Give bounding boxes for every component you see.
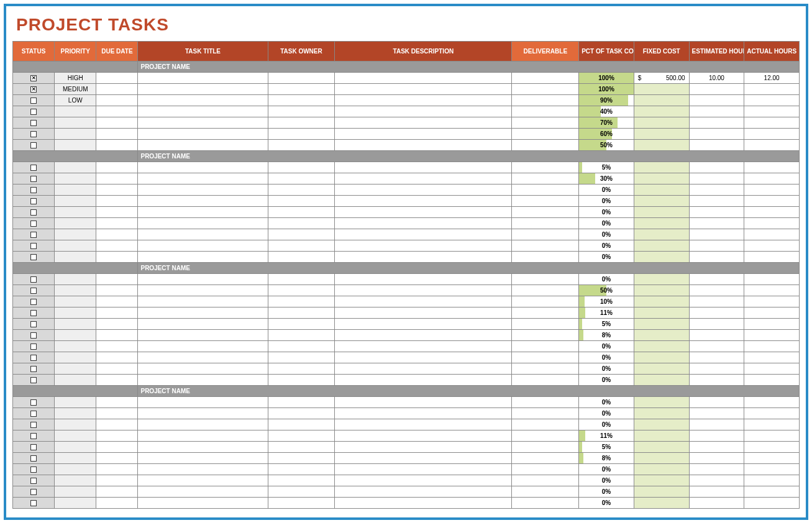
task-description-cell[interactable] (335, 296, 511, 307)
task-title-cell[interactable] (138, 129, 267, 139)
fixed-cost-cell[interactable] (634, 307, 689, 318)
task-description-cell[interactable] (335, 106, 511, 117)
task-title-cell[interactable] (138, 442, 267, 452)
task-owner-cell[interactable] (268, 464, 335, 475)
actual-hours-cell[interactable] (744, 274, 799, 284)
pct-complete-cell[interactable]: 0% (579, 464, 634, 475)
due-date-cell[interactable] (96, 73, 137, 83)
task-description-cell[interactable] (335, 240, 511, 251)
pct-complete-cell[interactable]: 0% (579, 240, 634, 251)
status-checkbox[interactable] (30, 411, 37, 417)
estimated-hours-cell[interactable] (690, 375, 744, 385)
priority-cell[interactable] (55, 319, 96, 329)
priority-cell[interactable] (55, 486, 96, 497)
due-date-cell[interactable] (96, 252, 137, 262)
task-title-cell[interactable] (138, 319, 267, 329)
status-checkbox[interactable] (30, 232, 37, 238)
pct-complete-cell[interactable]: 50% (579, 140, 634, 150)
fixed-cost-cell[interactable] (634, 285, 689, 296)
actual-hours-cell[interactable] (744, 296, 799, 307)
status-checkbox[interactable]: ✕ (30, 75, 37, 81)
fixed-cost-cell[interactable] (634, 296, 689, 307)
pct-complete-cell[interactable]: 0% (579, 184, 634, 195)
estimated-hours-cell[interactable] (690, 363, 744, 374)
fixed-cost-cell[interactable] (634, 330, 689, 340)
task-title-cell[interactable] (138, 375, 267, 385)
task-owner-cell[interactable] (268, 274, 335, 284)
deliverable-cell[interactable] (512, 84, 578, 94)
deliverable-cell[interactable] (512, 307, 578, 318)
task-description-cell[interactable] (335, 330, 511, 340)
actual-hours-cell[interactable] (744, 352, 799, 363)
priority-cell[interactable] (55, 285, 96, 296)
priority-cell[interactable]: MEDIUM (55, 84, 96, 94)
status-checkbox[interactable] (30, 209, 37, 216)
due-date-cell[interactable] (96, 240, 137, 251)
status-checkbox[interactable] (30, 433, 37, 439)
task-owner-cell[interactable] (268, 430, 335, 441)
status-checkbox[interactable] (30, 276, 37, 283)
priority-cell[interactable] (55, 397, 96, 407)
task-title-cell[interactable] (138, 73, 267, 83)
deliverable-cell[interactable] (512, 117, 578, 128)
fixed-cost-cell[interactable] (634, 498, 689, 508)
fixed-cost-cell[interactable] (634, 475, 689, 486)
pct-complete-cell[interactable]: 0% (579, 274, 634, 284)
fixed-cost-cell[interactable] (634, 196, 689, 206)
fixed-cost-cell[interactable] (634, 442, 689, 452)
task-description-cell[interactable] (335, 140, 511, 150)
estimated-hours-cell[interactable] (690, 408, 744, 419)
pct-complete-cell[interactable]: 70% (579, 117, 634, 128)
priority-cell[interactable] (55, 240, 96, 251)
priority-cell[interactable] (55, 207, 96, 217)
estimated-hours-cell[interactable] (690, 352, 744, 363)
due-date-cell[interactable] (96, 218, 137, 229)
fixed-cost-cell[interactable] (634, 129, 689, 139)
fixed-cost-cell[interactable] (634, 218, 689, 229)
due-date-cell[interactable] (96, 375, 137, 385)
task-title-cell[interactable] (138, 252, 267, 262)
deliverable-cell[interactable] (512, 95, 578, 106)
task-title-cell[interactable] (138, 117, 267, 128)
pct-complete-cell[interactable]: 30% (579, 173, 634, 184)
task-title-cell[interactable] (138, 285, 267, 296)
task-description-cell[interactable] (335, 307, 511, 318)
status-checkbox[interactable] (30, 422, 37, 428)
task-title-cell[interactable] (138, 84, 267, 94)
pct-complete-cell[interactable]: 5% (579, 319, 634, 329)
due-date-cell[interactable] (96, 274, 137, 284)
task-owner-cell[interactable] (268, 218, 335, 229)
estimated-hours-cell[interactable] (690, 442, 744, 452)
priority-cell[interactable] (55, 442, 96, 452)
priority-cell[interactable] (55, 252, 96, 262)
due-date-cell[interactable] (96, 184, 137, 195)
status-checkbox[interactable] (30, 109, 37, 115)
due-date-cell[interactable] (96, 173, 137, 184)
task-description-cell[interactable] (335, 341, 511, 352)
actual-hours-cell[interactable] (744, 173, 799, 184)
task-owner-cell[interactable] (268, 84, 335, 94)
status-checkbox[interactable] (30, 120, 37, 126)
task-owner-cell[interactable] (268, 252, 335, 262)
estimated-hours-cell[interactable] (690, 207, 744, 217)
actual-hours-cell[interactable] (744, 430, 799, 441)
fixed-cost-cell[interactable] (634, 162, 689, 173)
deliverable-cell[interactable] (512, 430, 578, 441)
due-date-cell[interactable] (96, 397, 137, 407)
estimated-hours-cell[interactable] (690, 117, 744, 128)
task-owner-cell[interactable] (268, 498, 335, 508)
fixed-cost-cell[interactable] (634, 117, 689, 128)
fixed-cost-cell[interactable] (634, 252, 689, 262)
estimated-hours-cell[interactable] (690, 453, 744, 463)
status-checkbox[interactable] (30, 332, 37, 339)
actual-hours-cell[interactable] (744, 240, 799, 251)
priority-cell[interactable] (55, 475, 96, 486)
actual-hours-cell[interactable] (744, 363, 799, 374)
task-description-cell[interactable] (335, 430, 511, 441)
deliverable-cell[interactable] (512, 464, 578, 475)
due-date-cell[interactable] (96, 95, 137, 106)
status-checkbox[interactable] (30, 399, 37, 406)
task-title-cell[interactable] (138, 408, 267, 419)
task-title-cell[interactable] (138, 397, 267, 407)
task-description-cell[interactable] (335, 229, 511, 240)
